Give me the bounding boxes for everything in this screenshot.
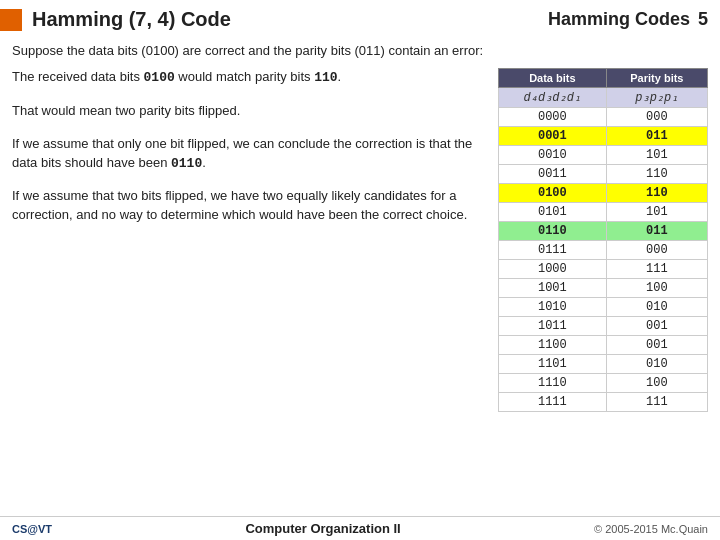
table-row: 1100001 <box>499 336 708 355</box>
text-block-4: If we assume that two bits flipped, we h… <box>12 187 482 225</box>
text-block-1-prefix: The received data bits <box>12 69 144 84</box>
orange-square-icon <box>0 9 22 31</box>
table-row: 0111000 <box>499 241 708 260</box>
text-block-3: If we assume that only one bit flipped, … <box>12 135 482 174</box>
table-row: 1010010 <box>499 298 708 317</box>
slide-number: 5 <box>698 9 708 30</box>
table-row: 0101101 <box>499 203 708 222</box>
footer-left: CS@VT <box>12 523 52 535</box>
table-cell-parity: 101 <box>606 203 707 222</box>
text-block-1-mid: would match parity bits <box>175 69 314 84</box>
hamming-codes-label: Hamming Codes <box>548 9 690 30</box>
col1-header: Data bits <box>499 69 607 88</box>
table-cell-data: 1010 <box>499 298 607 317</box>
table-row: 1011001 <box>499 317 708 336</box>
table-body: 0000000000101100101010011110010011001011… <box>499 108 708 412</box>
table-row: 0100110 <box>499 184 708 203</box>
subtitle-text: Suppose the data bits (0100) are correct… <box>12 43 708 58</box>
table-row: 1001100 <box>499 279 708 298</box>
table-cell-parity: 011 <box>606 127 707 146</box>
table-row: 1111111 <box>499 393 708 412</box>
table-cell-data: 1110 <box>499 374 607 393</box>
text-block-1: The received data bits 0100 would match … <box>12 68 482 88</box>
col1-sub: d₄d₃d₂d₁ <box>499 88 607 108</box>
app: Hamming (7, 4) Code Hamming Codes 5 Supp… <box>0 0 720 540</box>
table-cell-data: 1101 <box>499 355 607 374</box>
table-cell-parity: 001 <box>606 317 707 336</box>
table-cell-data: 0111 <box>499 241 607 260</box>
footer-right: © 2005-2015 Mc.Quain <box>594 523 708 535</box>
text-block-2-text: That would mean two parity bits flipped. <box>12 103 240 118</box>
table-cell-data: 0110 <box>499 222 607 241</box>
table-cell-data: 1100 <box>499 336 607 355</box>
table-cell-data: 1011 <box>499 317 607 336</box>
text-block-4-text: If we assume that two bits flipped, we h… <box>12 188 467 222</box>
table-cell-data: 0101 <box>499 203 607 222</box>
footer-center: Computer Organization II <box>245 521 400 536</box>
table-row: 1101010 <box>499 355 708 374</box>
table-row: 0010101 <box>499 146 708 165</box>
table-row: 0011110 <box>499 165 708 184</box>
table-row: 1110100 <box>499 374 708 393</box>
table-cell-parity: 111 <box>606 393 707 412</box>
table-cell-parity: 010 <box>606 355 707 374</box>
text-block-1-data: 0100 <box>144 70 175 85</box>
text-block-1-parity: 110 <box>314 70 337 85</box>
table-cell-parity: 110 <box>606 184 707 203</box>
table-row: 0000000 <box>499 108 708 127</box>
text-block-1-suffix: . <box>338 69 342 84</box>
table-cell-data: 1000 <box>499 260 607 279</box>
table-cell-data: 0100 <box>499 184 607 203</box>
text-block-3-suffix: . <box>202 155 206 170</box>
footer: CS@VT Computer Organization II © 2005-20… <box>0 516 720 540</box>
hamming-table: Data bits Parity bits d₄d₃d₂d₁ p₃p₂p₁ 00… <box>498 68 708 412</box>
table-cell-data: 1111 <box>499 393 607 412</box>
table-cell-parity: 111 <box>606 260 707 279</box>
header: Hamming (7, 4) Code Hamming Codes 5 <box>0 0 720 35</box>
table-cell-parity: 000 <box>606 241 707 260</box>
text-block-3-prefix: If we assume that only one bit flipped, … <box>12 136 472 170</box>
table-cell-parity: 000 <box>606 108 707 127</box>
table-cell-parity: 010 <box>606 298 707 317</box>
table-cell-parity: 110 <box>606 165 707 184</box>
text-block-2: That would mean two parity bits flipped. <box>12 102 482 121</box>
table-row: 0001011 <box>499 127 708 146</box>
col2-header: Parity bits <box>606 69 707 88</box>
page-title: Hamming (7, 4) Code <box>32 8 231 31</box>
table-cell-data: 0010 <box>499 146 607 165</box>
table-cell-parity: 011 <box>606 222 707 241</box>
table-cell-data: 0001 <box>499 127 607 146</box>
right-table-area: Data bits Parity bits d₄d₃d₂d₁ p₃p₂p₁ 00… <box>498 68 708 512</box>
table-cell-data: 0011 <box>499 165 607 184</box>
header-left: Hamming (7, 4) Code <box>0 8 548 31</box>
left-text-area: The received data bits 0100 would match … <box>12 68 482 512</box>
text-block-3-bold: 0110 <box>171 156 202 171</box>
main-content: Suppose the data bits (0100) are correct… <box>0 35 720 516</box>
col2-sub: p₃p₂p₁ <box>606 88 707 108</box>
table-cell-parity: 001 <box>606 336 707 355</box>
table-cell-data: 1001 <box>499 279 607 298</box>
table-cell-parity: 100 <box>606 279 707 298</box>
content-area: The received data bits 0100 would match … <box>12 68 708 512</box>
table-row: 0110011 <box>499 222 708 241</box>
header-right: Hamming Codes 5 <box>548 9 708 30</box>
table-cell-data: 0000 <box>499 108 607 127</box>
table-row: 1000111 <box>499 260 708 279</box>
table-cell-parity: 100 <box>606 374 707 393</box>
table-cell-parity: 101 <box>606 146 707 165</box>
